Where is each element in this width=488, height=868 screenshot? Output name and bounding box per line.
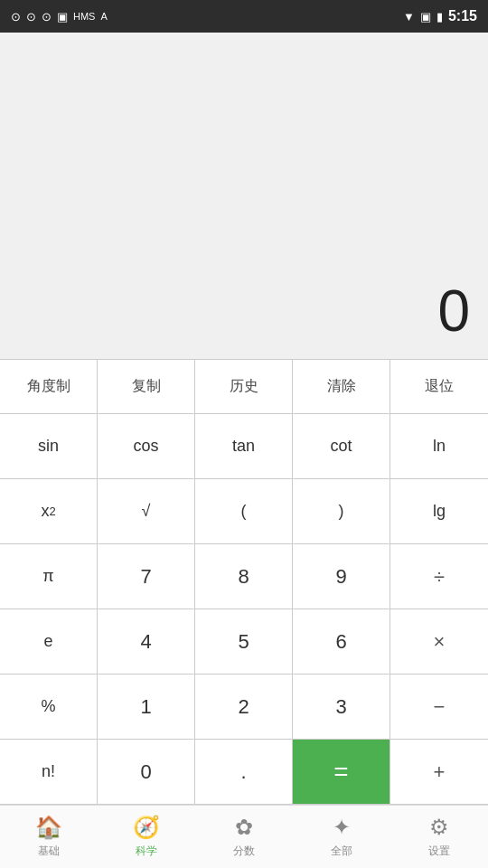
- row-algebra: x2 √ ( ) lg: [0, 479, 488, 544]
- btn-5[interactable]: 5: [195, 609, 293, 675]
- btn-divide[interactable]: ÷: [390, 544, 488, 609]
- btn-ln[interactable]: ln: [390, 414, 488, 479]
- nav-basic-label: 基础: [38, 844, 60, 859]
- battery-icon: ▮: [436, 10, 443, 24]
- btn-rparen[interactable]: ): [293, 479, 390, 544]
- btn-clear[interactable]: 清除: [293, 360, 390, 414]
- sim-icon: ▣: [420, 10, 431, 24]
- icon-a: A: [100, 11, 107, 22]
- wifi-icon: ▼: [403, 10, 415, 24]
- row-5: % 1 2 3 −: [0, 675, 488, 740]
- home-icon: 🏠: [35, 815, 62, 840]
- icon-hms: HMS: [73, 11, 95, 22]
- btn-history[interactable]: 历史: [195, 360, 293, 414]
- btn-0[interactable]: 0: [98, 740, 195, 805]
- nav-settings-label: 设置: [428, 844, 450, 859]
- star-icon: ✦: [333, 815, 351, 840]
- btn-copy[interactable]: 复制: [98, 360, 195, 414]
- btn-4[interactable]: 4: [98, 609, 195, 675]
- compass-icon: 🧭: [133, 815, 160, 840]
- btn-angle-mode[interactable]: 角度制: [0, 360, 98, 414]
- btn-6[interactable]: 6: [293, 609, 390, 675]
- icon-square: ▣: [57, 10, 68, 24]
- row-6: n! 0 . = +: [0, 740, 488, 805]
- btn-sqrt[interactable]: √: [98, 479, 195, 544]
- btn-7[interactable]: 7: [98, 544, 195, 609]
- btn-cos[interactable]: cos: [98, 414, 195, 479]
- btn-dot[interactable]: .: [195, 740, 293, 805]
- btn-8[interactable]: 8: [195, 544, 293, 609]
- btn-lg[interactable]: lg: [390, 479, 488, 544]
- btn-percent[interactable]: %: [0, 675, 98, 740]
- btn-square[interactable]: x2: [0, 479, 98, 544]
- nav-all-label: 全部: [331, 844, 352, 859]
- btn-e[interactable]: e: [0, 609, 98, 675]
- btn-sin[interactable]: sin: [0, 414, 98, 479]
- nav-science-label: 科学: [136, 844, 157, 859]
- nav-science[interactable]: 🧭 科学: [98, 806, 195, 868]
- display-area: 0: [0, 33, 488, 359]
- btn-add[interactable]: +: [390, 740, 488, 805]
- nav-settings[interactable]: ⚙ 设置: [390, 806, 488, 868]
- status-icons: ⊙ ⊙ ⊙ ▣ HMS A: [11, 10, 108, 24]
- btn-backspace[interactable]: 退位: [390, 360, 488, 414]
- btn-2[interactable]: 2: [195, 675, 293, 740]
- gear-icon: ⚙: [429, 815, 449, 840]
- display-value: 0: [437, 278, 470, 344]
- icon-chrome3: ⊙: [42, 10, 52, 24]
- icon-chrome2: ⊙: [26, 10, 36, 24]
- btn-1[interactable]: 1: [98, 675, 195, 740]
- btn-factorial[interactable]: n!: [0, 740, 98, 805]
- btn-pi[interactable]: π: [0, 544, 98, 609]
- btn-lparen[interactable]: (: [195, 479, 293, 544]
- status-time: 5:15: [448, 8, 477, 24]
- icon-chrome1: ⊙: [11, 10, 21, 24]
- calculator: 角度制 复制 历史 清除 退位 sin cos tan cot ln x2 √ …: [0, 359, 488, 805]
- btn-cot[interactable]: cot: [293, 414, 390, 479]
- status-bar: ⊙ ⊙ ⊙ ▣ HMS A ▼ ▣ ▮ 5:15: [0, 0, 488, 33]
- btn-equals[interactable]: =: [293, 740, 390, 805]
- nav-fraction[interactable]: ✿ 分数: [195, 806, 293, 868]
- status-right: ▼ ▣ ▮ 5:15: [403, 8, 477, 24]
- row-trig: sin cos tan cot ln: [0, 414, 488, 479]
- btn-9[interactable]: 9: [293, 544, 390, 609]
- nav-all[interactable]: ✦ 全部: [293, 806, 390, 868]
- btn-subtract[interactable]: −: [390, 675, 488, 740]
- btn-multiply[interactable]: ×: [390, 609, 488, 675]
- func-row: 角度制 复制 历史 清除 退位: [0, 359, 488, 414]
- btn-tan[interactable]: tan: [195, 414, 293, 479]
- nav-fraction-label: 分数: [233, 844, 255, 859]
- nav-basic[interactable]: 🏠 基础: [0, 806, 98, 868]
- btn-3[interactable]: 3: [293, 675, 390, 740]
- row-4: e 4 5 6 ×: [0, 609, 488, 675]
- row-3: π 7 8 9 ÷: [0, 544, 488, 609]
- aperture-icon: ✿: [235, 815, 253, 840]
- bottom-nav: 🏠 基础 🧭 科学 ✿ 分数 ✦ 全部 ⚙ 设置: [0, 805, 488, 868]
